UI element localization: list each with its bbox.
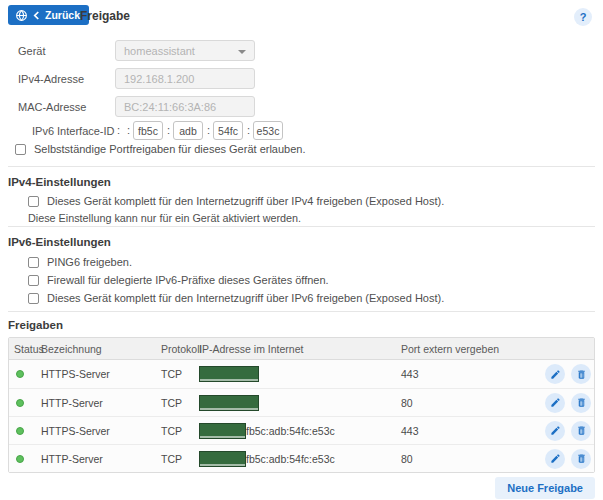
share-name: HTTP-Server	[41, 397, 161, 409]
trash-icon	[576, 397, 587, 408]
delete-button[interactable]	[571, 421, 591, 441]
edit-button[interactable]	[545, 364, 565, 384]
status-active-icon	[16, 427, 24, 435]
ipv4-exposed-host-checkbox[interactable]	[28, 196, 39, 207]
share-name: HTTPS-Server	[41, 425, 161, 437]
ipv6-segment-4[interactable]	[253, 121, 283, 140]
firewall-prefix-checkbox[interactable]	[28, 275, 39, 286]
divider	[8, 311, 595, 312]
help-button[interactable]: ?	[574, 8, 592, 26]
ipv6-exposed-host-row: Dieses Gerät komplett für den Internetzu…	[28, 292, 444, 304]
column-header-status: Status	[9, 343, 41, 355]
ipv6-segment-3[interactable]	[213, 121, 243, 140]
ipv4-settings-note: Diese Einstellung kann nur für ein Gerät…	[28, 212, 301, 224]
globe-icon	[15, 9, 28, 22]
pencil-icon	[550, 369, 561, 380]
status-active-icon	[16, 399, 24, 407]
ipv6-settings-heading: IPv6-Einstellungen	[8, 236, 111, 248]
edit-button[interactable]	[545, 449, 565, 469]
back-button-label: Zurück	[45, 9, 80, 21]
edit-button[interactable]	[545, 421, 565, 441]
trash-icon	[576, 369, 587, 380]
ping6-row: PING6 freigeben.	[28, 256, 132, 268]
status-active-icon	[16, 370, 24, 378]
redacted-ip	[199, 395, 259, 411]
ipv6-segment-1[interactable]	[133, 121, 163, 140]
column-header-port: Port extern vergeben	[401, 343, 501, 355]
column-header-protokoll: Protokoll	[161, 343, 199, 355]
redacted-ip	[199, 451, 246, 467]
ping6-checkbox[interactable]	[28, 257, 39, 268]
column-header-ip: IP-Adresse im Internet	[199, 343, 401, 355]
column-header-bezeichnung: Bezeichnung	[41, 343, 161, 355]
shares-heading: Freigaben	[8, 319, 63, 331]
mac-address-field[interactable]	[115, 96, 255, 117]
firewall-prefix-label: Firewall für delegierte IPv6-Präfixe die…	[47, 274, 329, 286]
allow-port-sharing-label: Selbstständige Portfreigaben für dieses …	[34, 143, 306, 155]
ip-suffix: fb5c:adb:54fc:e53c	[246, 425, 335, 437]
pencil-icon	[550, 397, 561, 408]
new-share-button[interactable]: Neue Freigabe	[495, 477, 595, 499]
redacted-ip	[199, 423, 246, 439]
back-button[interactable]: Zurück	[8, 5, 89, 25]
ipv6-separator: :	[167, 124, 170, 136]
delete-button[interactable]	[571, 393, 591, 413]
delete-button[interactable]	[571, 449, 591, 469]
table-header-row: Status Bezeichnung Protokoll IP-Adresse …	[9, 338, 594, 360]
freigabe-page: Zurück Freigabe ? Gerät homeassistant IP…	[0, 0, 603, 500]
pencil-icon	[550, 453, 561, 464]
device-select[interactable]: homeassistant	[115, 40, 255, 61]
trash-icon	[576, 425, 587, 436]
ipv4-exposed-host-row: Dieses Gerät komplett für den Internetzu…	[28, 195, 444, 207]
page-title: Freigabe	[80, 9, 130, 23]
share-protocol: TCP	[161, 397, 199, 409]
ip-suffix: fb5c:adb:54fc:e53c	[246, 453, 335, 465]
ipv6-interface-id-label: IPv6 Interface-ID	[32, 125, 115, 137]
shares-table: Status Bezeichnung Protokoll IP-Adresse …	[8, 337, 595, 473]
allow-port-sharing-checkbox[interactable]	[15, 144, 26, 155]
chevron-down-icon	[238, 50, 246, 54]
share-port: 80	[401, 397, 501, 409]
pencil-icon	[550, 425, 561, 436]
ipv6-prefix: : :	[117, 124, 132, 136]
ipv6-exposed-host-label: Dieses Gerät komplett für den Internetzu…	[47, 292, 444, 304]
ipv4-exposed-host-label: Dieses Gerät komplett für den Internetzu…	[47, 195, 444, 207]
status-active-icon	[16, 455, 24, 463]
device-label: Gerät	[18, 45, 46, 57]
firewall-prefix-row: Firewall für delegierte IPv6-Präfixe die…	[28, 274, 329, 286]
table-row: HTTP-Server TCP fb5c:adb:54fc:e53c 80	[9, 444, 594, 472]
delete-button[interactable]	[571, 364, 591, 384]
mac-address-label: MAC-Adresse	[18, 101, 86, 113]
trash-icon	[576, 453, 587, 464]
ipv6-segment-2[interactable]	[173, 121, 203, 140]
redacted-ip	[199, 366, 259, 382]
share-protocol: TCP	[161, 453, 199, 465]
divider	[8, 166, 595, 167]
table-row: HTTPS-Server TCP 443	[9, 360, 594, 388]
chevron-left-icon	[33, 11, 40, 20]
ipv6-separator: :	[207, 124, 210, 136]
table-row: HTTP-Server TCP 80	[9, 388, 594, 416]
share-port: 80	[401, 453, 501, 465]
ipv4-settings-heading: IPv4-Einstellungen	[8, 176, 111, 188]
share-name: HTTPS-Server	[41, 368, 161, 380]
ping6-label: PING6 freigeben.	[47, 256, 132, 268]
ipv6-exposed-host-checkbox[interactable]	[28, 293, 39, 304]
ipv6-separator: :	[247, 124, 250, 136]
table-row: HTTPS-Server TCP fb5c:adb:54fc:e53c 443	[9, 416, 594, 444]
device-select-value: homeassistant	[124, 45, 195, 57]
share-port: 443	[401, 425, 501, 437]
ipv4-address-field[interactable]	[115, 68, 255, 89]
share-port: 443	[401, 368, 501, 380]
share-protocol: TCP	[161, 368, 199, 380]
ipv4-address-label: IPv4-Adresse	[18, 73, 84, 85]
edit-button[interactable]	[545, 393, 565, 413]
share-name: HTTP-Server	[41, 453, 161, 465]
share-protocol: TCP	[161, 425, 199, 437]
allow-port-sharing-row: Selbstständige Portfreigaben für dieses …	[15, 143, 306, 155]
divider	[8, 226, 595, 227]
